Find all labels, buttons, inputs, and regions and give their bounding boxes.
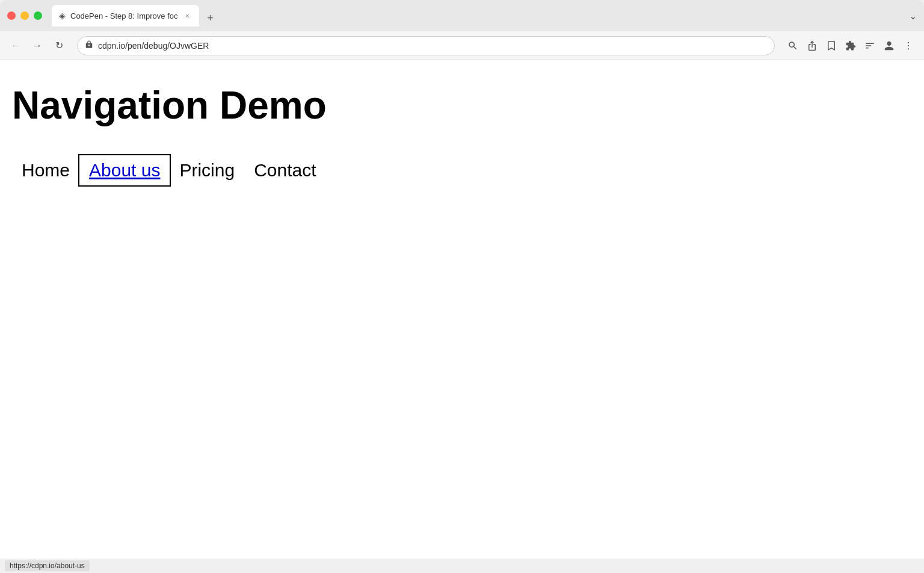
- tab-bar-right: ⌄: [909, 10, 917, 22]
- tab-favicon: ◈: [59, 11, 66, 20]
- nav-item-pricing: Pricing: [170, 155, 244, 185]
- minimize-button[interactable]: [20, 11, 29, 20]
- nav-item-about: About us: [79, 155, 170, 185]
- chevron-down-icon[interactable]: ⌄: [909, 10, 917, 22]
- search-button[interactable]: [784, 37, 801, 54]
- nav-links-list: Home About us Pricing Contact: [12, 155, 912, 185]
- nav-link-home[interactable]: Home: [12, 155, 79, 185]
- reload-icon: ↻: [55, 40, 63, 51]
- nav-link-pricing[interactable]: Pricing: [170, 155, 244, 185]
- toolbar: ← → ↻ cdpn.io/pen/debug/OJvwGER: [0, 31, 924, 60]
- tab-close-button[interactable]: ×: [182, 11, 192, 20]
- status-bar: https://cdpn.io/about-us: [0, 559, 924, 573]
- share-button[interactable]: [804, 37, 821, 54]
- main-navigation: Home About us Pricing Contact: [12, 155, 912, 185]
- new-tab-button[interactable]: +: [202, 10, 218, 26]
- status-url: https://cdpn.io/about-us: [5, 560, 90, 571]
- nav-item-contact: Contact: [244, 155, 325, 185]
- svg-point-0: [908, 42, 909, 43]
- traffic-lights: [7, 11, 42, 20]
- back-icon: ←: [11, 40, 20, 51]
- forward-button[interactable]: →: [29, 37, 46, 54]
- nav-item-home: Home: [12, 155, 79, 185]
- sidebar-button[interactable]: [861, 37, 878, 54]
- reload-button[interactable]: ↻: [51, 37, 67, 54]
- title-bar: ◈ CodePen - Step 8: Improve foc × + ⌄: [0, 0, 924, 31]
- svg-point-2: [908, 48, 909, 49]
- page-title: Navigation Demo: [12, 84, 912, 126]
- url-text: cdpn.io/pen/debug/OJvwGER: [98, 41, 767, 51]
- profile-button[interactable]: [881, 37, 898, 54]
- close-button[interactable]: [7, 11, 16, 20]
- forward-icon: →: [32, 40, 42, 51]
- bookmark-button[interactable]: [823, 37, 840, 54]
- menu-button[interactable]: [900, 37, 917, 54]
- maximize-button[interactable]: [34, 11, 42, 20]
- toolbar-actions: [784, 37, 917, 54]
- nav-link-contact[interactable]: Contact: [244, 155, 325, 185]
- page-content: Navigation Demo Home About us Pricing Co…: [0, 60, 924, 559]
- lock-icon: [85, 40, 93, 51]
- svg-point-1: [908, 45, 909, 46]
- nav-link-about[interactable]: About us: [79, 155, 170, 185]
- extensions-button[interactable]: [842, 37, 859, 54]
- tab-title: CodePen - Step 8: Improve foc: [70, 11, 177, 20]
- back-button[interactable]: ←: [7, 37, 24, 54]
- active-tab[interactable]: ◈ CodePen - Step 8: Improve foc ×: [52, 5, 199, 26]
- address-bar[interactable]: cdpn.io/pen/debug/OJvwGER: [77, 36, 775, 55]
- tab-bar: ◈ CodePen - Step 8: Improve foc × +: [52, 5, 904, 26]
- browser-window: ◈ CodePen - Step 8: Improve foc × + ⌄ ← …: [0, 0, 924, 573]
